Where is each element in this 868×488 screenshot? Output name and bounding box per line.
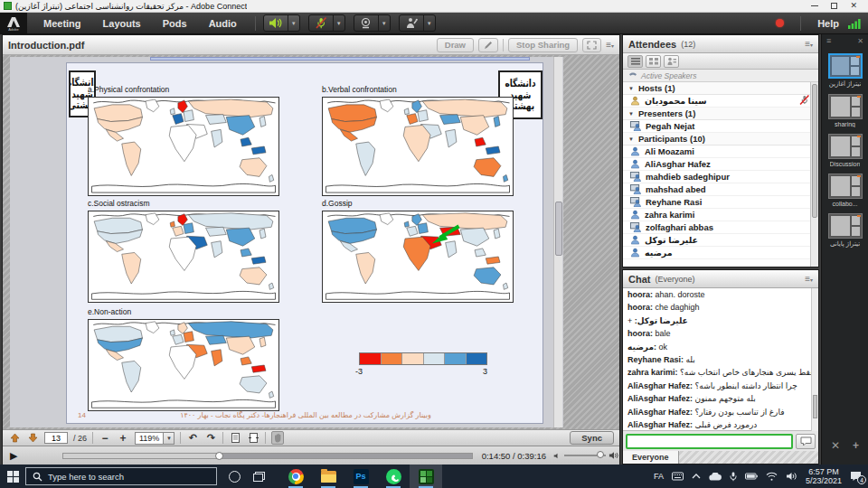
fit-width-button[interactable] [247, 431, 259, 445]
attendee-row[interactable]: mahshad abed [623, 183, 818, 196]
layout-item-2[interactable]: Discussion [822, 134, 868, 167]
layout-item-3[interactable]: collabo... [822, 174, 868, 207]
chat-message: hoora: bale [623, 327, 818, 340]
battery-icon[interactable] [745, 473, 758, 480]
volume-slider[interactable] [564, 455, 606, 456]
microphone-button[interactable]: ▼ [308, 14, 345, 32]
maximize-icon[interactable] [831, 3, 837, 9]
chevron-up-icon[interactable] [692, 473, 701, 480]
rotate-right-button[interactable]: ↷ [204, 431, 217, 445]
menu-audio[interactable]: Audio [198, 18, 248, 29]
menu-layouts[interactable]: Layouts [92, 18, 152, 29]
start-button[interactable] [0, 465, 25, 488]
page-down-button[interactable] [26, 431, 39, 445]
rotate-left-button[interactable]: ↶ [186, 431, 199, 445]
zoom-dropdown-icon[interactable]: ▼ [163, 433, 174, 444]
layout-item-0[interactable]: تیتراژ آغازین [822, 53, 868, 88]
menu-pods[interactable]: Pods [152, 18, 198, 29]
layout-item-1[interactable]: sharing [822, 94, 868, 127]
play-button[interactable]: ▶ [3, 450, 24, 462]
task-view-button[interactable] [253, 472, 265, 482]
keyboard-icon[interactable] [672, 472, 684, 481]
language-indicator[interactable]: FA [654, 472, 664, 481]
wifi-icon[interactable] [766, 472, 778, 481]
attendee-row[interactable]: zahra karimi [623, 209, 818, 221]
rail-close-icon[interactable]: ✕ [857, 37, 863, 45]
chat-pod-menu-icon[interactable]: ≡▾ [805, 275, 813, 284]
speaker-dropdown[interactable]: ▼ [288, 15, 299, 31]
cloud-icon[interactable] [709, 473, 722, 481]
page-number-input[interactable] [44, 432, 68, 444]
attendee-row[interactable]: Ali Moazami [623, 145, 818, 158]
webcam-dropdown[interactable]: ▼ [378, 15, 390, 31]
chat-message: AliAsghar Hafez: درمورد فرض قبلی [623, 418, 818, 431]
sync-button[interactable]: Sync [570, 431, 614, 445]
layout-thumbnail[interactable] [828, 134, 863, 159]
speaker-button[interactable]: ▼ [263, 14, 300, 32]
layout-thumbnail[interactable] [828, 53, 863, 79]
pan-hand-tool[interactable] [271, 431, 284, 445]
attendee-row[interactable]: Reyhane Rasi [623, 196, 818, 209]
status-dropdown[interactable]: ▼ [423, 15, 435, 31]
grid-view-button[interactable] [646, 55, 661, 68]
page-up-button[interactable] [8, 431, 21, 445]
list-view-button[interactable] [627, 55, 643, 68]
help-menu[interactable]: Help [817, 18, 839, 29]
layout-thumbnail[interactable] [828, 174, 863, 199]
delete-layout-icon[interactable]: ✕ [831, 439, 840, 452]
layout-thumbnail[interactable] [828, 213, 863, 239]
volume-icon[interactable] [786, 472, 797, 481]
stop-sharing-button[interactable]: Stop Sharing [508, 38, 578, 52]
status-view-button[interactable] [664, 55, 679, 68]
share-pod-menu-icon[interactable]: ≡▾ [606, 41, 614, 50]
draw-button[interactable]: Draw [437, 38, 474, 52]
webcam-button[interactable]: ▼ [354, 14, 391, 32]
zoom-select[interactable]: 119% ▼ [135, 432, 175, 445]
menu-meeting[interactable]: Meeting [33, 18, 92, 29]
add-layout-icon[interactable]: + [853, 439, 859, 452]
action-center-button[interactable]: 4 [850, 471, 863, 482]
send-message-button[interactable] [796, 434, 816, 449]
taskbar-app-photoshop[interactable]: Ps [344, 465, 377, 488]
chat-message-input[interactable] [626, 434, 793, 449]
attendee-group-header-2[interactable]: ▼Participants (10) [623, 133, 818, 145]
attendee-row[interactable]: علیرضا توکل [623, 234, 818, 247]
layout-item-4[interactable]: تیتراژ پایانی [822, 213, 868, 248]
attendee-row[interactable]: Pegah Nejat [623, 120, 818, 133]
status-button[interactable]: ▼ [399, 14, 436, 32]
attendee-group-header-1[interactable]: ▼Presenters (1) [623, 108, 818, 120]
pointer-pen-button[interactable] [478, 38, 498, 52]
taskbar-clock[interactable]: 6:57 PM 5/23/2021 [806, 467, 842, 485]
rail-menu-icon[interactable]: ≡ [826, 36, 831, 45]
volume-knob[interactable] [597, 451, 604, 458]
fit-page-button[interactable] [229, 431, 241, 445]
attendees-pod-menu-icon[interactable]: ≡▾ [805, 40, 813, 49]
attendee-group-header-0[interactable]: ▼Hosts (1) [623, 82, 818, 95]
chat-scrollbar[interactable] [811, 288, 818, 431]
attendee-row[interactable]: سینا محمودیان [623, 95, 818, 108]
cortana-icon[interactable] [229, 471, 241, 483]
taskbar-app-chrome[interactable] [279, 465, 312, 488]
minimize-icon[interactable] [811, 5, 818, 7]
taskbar-app-whatsapp[interactable] [377, 465, 410, 488]
zoom-out-button[interactable]: − [99, 431, 111, 445]
seek-bar[interactable] [62, 453, 472, 459]
attendee-row[interactable]: zolfaghari abbas [623, 221, 818, 234]
taskbar-app-adobe-connect[interactable] [410, 465, 442, 488]
chat-tab-everyone[interactable]: Everyone [623, 451, 679, 464]
taskbar-search[interactable]: Type here to search [25, 467, 217, 485]
pdf-scrollbar[interactable] [553, 57, 562, 427]
attendee-row[interactable]: AliAsghar Hafez [623, 158, 818, 171]
attendee-row[interactable]: مرضیه [623, 247, 818, 259]
close-icon[interactable]: ✕ [850, 2, 857, 10]
fullscreen-button[interactable] [582, 38, 601, 52]
mic-icon[interactable] [730, 472, 737, 482]
seek-thumb[interactable] [215, 452, 223, 460]
attendee-row[interactable]: mahdieb sadeghipur [623, 171, 818, 183]
microphone-dropdown[interactable]: ▼ [333, 15, 344, 31]
layout-thumbnail[interactable] [828, 94, 863, 119]
pdf-page: دانشگاه شهید بهشتی دانشگاه شهید بهشتی a.… [66, 62, 543, 424]
taskbar-app-file-explorer[interactable] [312, 465, 344, 488]
zoom-in-button[interactable]: + [117, 431, 129, 445]
attendees-scrollbar[interactable] [810, 82, 818, 267]
